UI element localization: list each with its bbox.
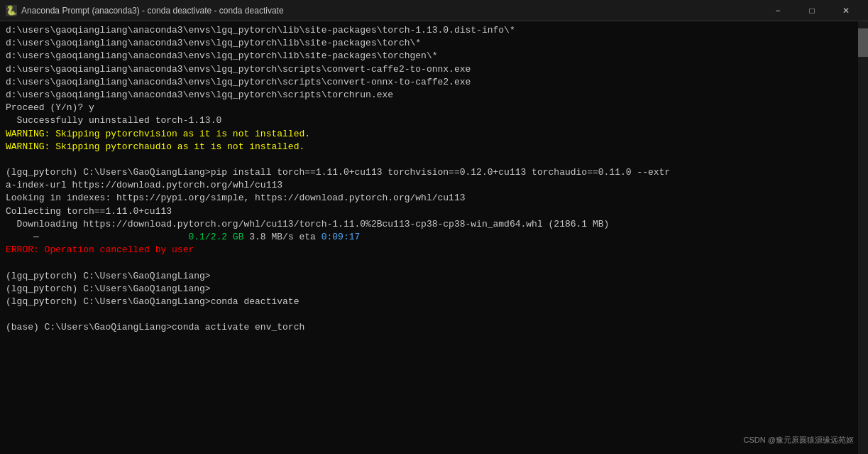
- terminal-line: Successfully uninstalled torch-1.13.0: [6, 114, 862, 127]
- terminal-pip-command: (lgq_pytorch) C:\Users\GaoQiangLiang>pip…: [6, 166, 862, 192]
- download-progress: ─ 0.1/2.2 GB 3.8 MB/s eta 0:09:17: [6, 231, 862, 244]
- window-title: Anaconda Prompt (anaconda3) - conda deac…: [21, 6, 284, 16]
- terminal-warning-1: WARNING: Skipping pytorchvision as it is…: [6, 128, 862, 141]
- terminal-prompt-2: (lgq_pytorch) C:\Users\GaoQiangLiang>: [6, 283, 862, 296]
- titlebar: 🐍 Anaconda Prompt (anaconda3) - conda de…: [0, 0, 868, 21]
- terminal-line: Proceed (Y/n)? y: [6, 102, 862, 114]
- eta-label: eta: [294, 231, 322, 244]
- terminal-line: d:\users\gaoqiangliang\anaconda3\envs\lg…: [6, 89, 862, 102]
- terminal-line: d:\users\gaoqiangliang\anaconda3\envs\lg…: [6, 50, 862, 63]
- scrollbar-thumb[interactable]: [858, 28, 868, 57]
- terminal-conda-deactivate: (lgq_pytorch) C:\Users\GaoQiangLiang>con…: [6, 296, 862, 308]
- terminal-line: Collecting torch==1.11.0+cu113: [6, 205, 862, 218]
- terminal-downloading: Downloading https://download.pytorch.org…: [6, 218, 862, 231]
- terminal-prompt-1: (lgq_pytorch) C:\Users\GaoQiangLiang>: [6, 270, 862, 283]
- eta-value: 0:09:17: [322, 231, 361, 244]
- maximize-button[interactable]: □: [796, 0, 828, 21]
- terminal-blank: [6, 153, 862, 166]
- terminal-conda-activate: (base) C:\Users\GaoQiangLiang>conda acti…: [6, 321, 862, 334]
- terminal-line: d:\users\gaoqiangliang\anaconda3\envs\lg…: [6, 63, 862, 76]
- terminal-warning-2: WARNING: Skipping pytorchaudio as it is …: [6, 141, 862, 153]
- spinner: ─: [6, 231, 39, 244]
- progress-speed: 3.8 MB/s: [243, 231, 293, 244]
- snake-icon: 🐍: [6, 5, 17, 16]
- terminal-line: d:\users\gaoqiangliang\anaconda3\envs\lg…: [6, 24, 862, 37]
- terminal-blank: [6, 308, 862, 321]
- progress-amount: 0.1/2.2 GB: [39, 231, 244, 244]
- app-icon: 🐍: [6, 5, 17, 16]
- close-button[interactable]: ✕: [830, 0, 862, 21]
- minimize-button[interactable]: −: [762, 0, 794, 21]
- terminal-line: Looking in indexes: https://pypi.org/sim…: [6, 192, 862, 205]
- terminal-window: d:\users\gaoqiangliang\anaconda3\envs\lg…: [0, 21, 868, 454]
- error-line: ERROR: Operation cancelled by user: [6, 244, 862, 256]
- terminal-line: d:\users\gaoqiangliang\anaconda3\envs\lg…: [6, 76, 862, 89]
- window-controls: − □ ✕: [762, 0, 862, 21]
- scrollbar[interactable]: [858, 21, 868, 454]
- terminal-line: d:\users\gaoqiangliang\anaconda3\envs\lg…: [6, 37, 862, 50]
- titlebar-left: 🐍 Anaconda Prompt (anaconda3) - conda de…: [6, 5, 284, 16]
- watermark: CSDN @豫元原圆猿源缘远苑妪: [744, 435, 854, 445]
- terminal-blank: [6, 256, 862, 269]
